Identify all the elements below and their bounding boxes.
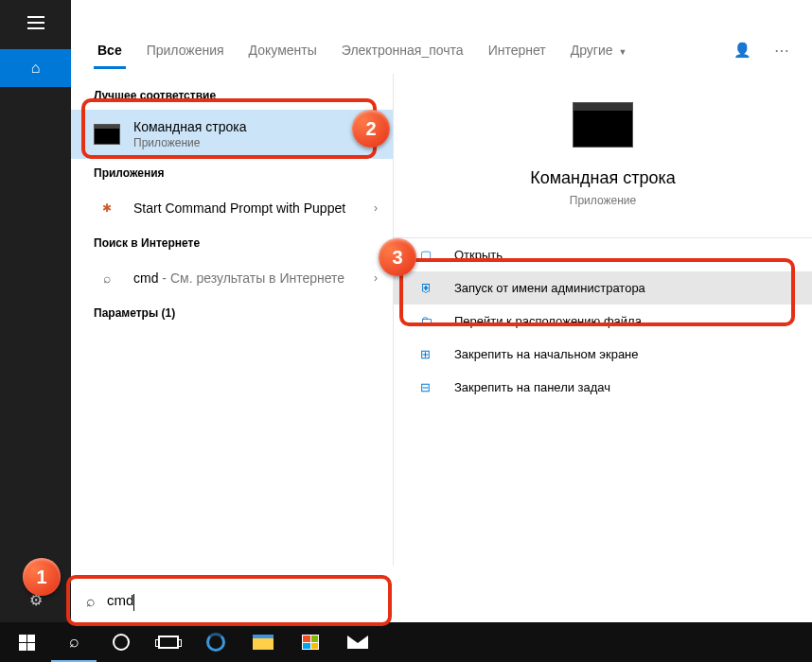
- hamburger-icon: [27, 16, 44, 29]
- tab-more[interactable]: Другие ▼: [567, 29, 631, 71]
- result-puppet[interactable]: ✱ Start Command Prompt with Puppet ›: [71, 187, 393, 229]
- taskview-icon: [158, 636, 179, 649]
- result-title: Start Command Prompt with Puppet: [133, 200, 361, 216]
- result-title: cmd - См. результаты в Интернете: [133, 270, 361, 286]
- edge-icon: [206, 633, 225, 652]
- feedback-icon[interactable]: 👤: [733, 42, 751, 60]
- result-subtitle: Приложение: [133, 136, 378, 149]
- taskbar-edge[interactable]: [193, 622, 238, 662]
- search-box[interactable]: ⌕ cmd: [71, 581, 385, 622]
- search-icon: ⌕: [69, 632, 79, 652]
- chevron-right-icon: ›: [374, 201, 378, 215]
- preview-title: Командная строка: [530, 168, 676, 188]
- gear-icon: ⚙: [29, 591, 43, 609]
- folder-icon: 🗀: [420, 314, 437, 328]
- taskbar-cortana[interactable]: [98, 622, 144, 662]
- result-title: Командная строка: [133, 119, 378, 134]
- mail-icon: [347, 636, 368, 649]
- results-list: Лучшее соответствие Командная строка При…: [71, 74, 393, 566]
- action-label: Перейти к расположению файла: [454, 314, 642, 328]
- cortana-icon: [113, 634, 130, 651]
- search-panel: Все Приложения Документы Электронная_поч…: [71, 26, 812, 566]
- section-apps: Приложения: [71, 159, 393, 187]
- action-label: Закрепить на начальном экране: [454, 347, 639, 361]
- action-open-location[interactable]: 🗀 Перейти к расположению файла: [394, 305, 812, 338]
- windows-icon: [19, 635, 35, 651]
- chevron-right-icon: ›: [374, 271, 378, 285]
- tab-email[interactable]: Электронная_почта: [338, 29, 468, 71]
- taskbar-mail[interactable]: [335, 622, 380, 662]
- taskbar-taskview[interactable]: [146, 622, 191, 662]
- action-open[interactable]: ▢ Открыть: [394, 238, 812, 271]
- action-label: Открыть: [454, 248, 503, 262]
- start-sidebar: ⌂ ⚙: [0, 0, 71, 622]
- cmd-icon: [573, 102, 633, 148]
- search-icon: ⌕: [86, 593, 96, 610]
- chevron-down-icon: ▼: [618, 47, 627, 57]
- preview-pane: Командная строка Приложение ▢ Открыть ⛨ …: [393, 74, 812, 566]
- pin-taskbar-icon: ⊟: [420, 380, 437, 394]
- preview-subtitle: Приложение: [570, 194, 636, 207]
- section-best-match: Лучшее соответствие: [71, 81, 393, 110]
- settings-button[interactable]: ⚙: [0, 577, 71, 622]
- taskbar-explorer[interactable]: [240, 622, 286, 662]
- admin-icon: ⛨: [420, 281, 437, 295]
- open-icon: ▢: [420, 248, 437, 262]
- action-run-as-admin[interactable]: ⛨ Запуск от имени администратора: [394, 271, 812, 305]
- search-icon: ⌕: [103, 270, 111, 286]
- explorer-icon: [253, 635, 274, 650]
- action-pin-start[interactable]: ⊞ Закрепить на начальном экране: [394, 338, 812, 371]
- action-label: Запуск от имени администратора: [454, 281, 645, 295]
- store-icon: [302, 635, 319, 650]
- hamburger-button[interactable]: [0, 0, 71, 45]
- home-icon: ⌂: [31, 60, 41, 77]
- more-options-button[interactable]: ⋯: [774, 42, 789, 60]
- filter-tabs: Все Приложения Документы Электронная_поч…: [71, 26, 812, 74]
- search-input[interactable]: cmd: [107, 592, 134, 610]
- action-label: Закрепить на панели задач: [454, 380, 610, 394]
- tab-documents[interactable]: Документы: [245, 29, 321, 71]
- result-command-prompt[interactable]: Командная строка Приложение: [71, 110, 393, 159]
- tab-apps[interactable]: Приложения: [143, 29, 228, 71]
- taskbar-search[interactable]: ⌕: [51, 622, 97, 662]
- taskbar: ⌕: [0, 622, 812, 662]
- preview-actions: ▢ Открыть ⛨ Запуск от имени администрато…: [394, 237, 812, 404]
- pin-start-icon: ⊞: [420, 347, 437, 361]
- puppet-icon: ✱: [102, 201, 112, 215]
- section-settings: Параметры (1): [71, 299, 393, 327]
- action-pin-taskbar[interactable]: ⊟ Закрепить на панели задач: [394, 371, 812, 404]
- home-button[interactable]: ⌂: [0, 49, 71, 87]
- tab-web[interactable]: Интернет: [485, 29, 550, 71]
- tab-all[interactable]: Все: [94, 29, 126, 71]
- taskbar-store[interactable]: [288, 622, 333, 662]
- section-web: Поиск в Интернете: [71, 229, 393, 257]
- cmd-icon: [94, 124, 120, 145]
- start-button[interactable]: [4, 622, 49, 662]
- result-web-cmd[interactable]: ⌕ cmd - См. результаты в Интернете ›: [71, 257, 393, 299]
